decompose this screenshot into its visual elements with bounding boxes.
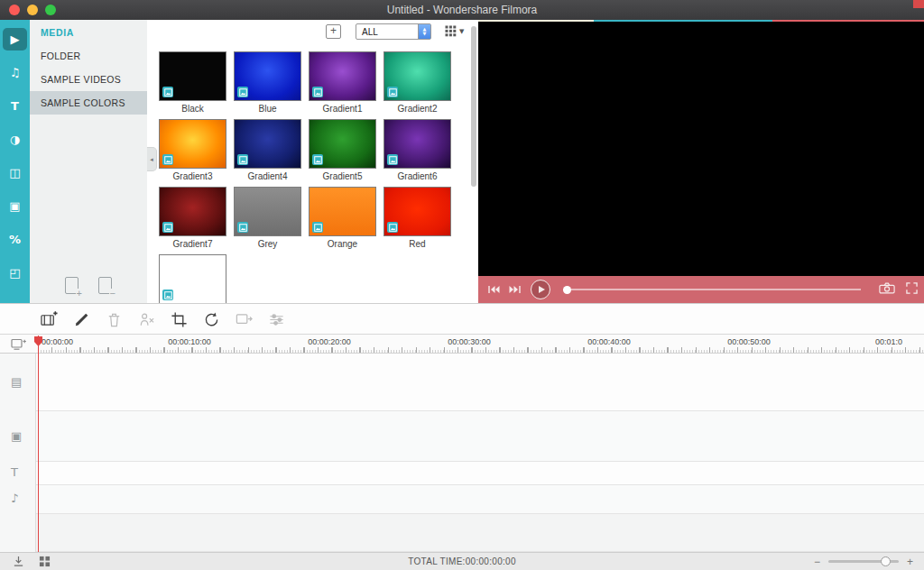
rail-item-audio[interactable]: ♫ [3, 61, 27, 84]
grid-view-icon [445, 25, 457, 37]
media-item-white[interactable]: White [159, 254, 226, 303]
minimize-button[interactable] [27, 5, 38, 15]
text-icon: T [11, 99, 19, 113]
icon-rail: ▶♫T◑◫▣%◰ [0, 20, 30, 303]
rail-item-media[interactable]: ▶ [3, 28, 27, 51]
media-item-label: Blue [234, 101, 301, 115]
music-track-icon: ♪ [11, 492, 18, 505]
media-panel-item-folder[interactable]: FOLDER [30, 44, 147, 68]
color-clip-icon [237, 222, 248, 233]
color-clip-icon [237, 87, 248, 97]
next-frame-button[interactable] [509, 285, 522, 294]
track-manager-button[interactable] [11, 337, 26, 354]
media-item-grey[interactable]: Grey [234, 187, 301, 250]
seek-slider-thumb[interactable] [563, 286, 571, 294]
color-clip-icon [162, 222, 173, 233]
media-grid: BlackBlueGradient1Gradient2Gradient3Grad… [159, 51, 451, 303]
export-frame-button[interactable] [233, 308, 254, 330]
media-item-gradient2[interactable]: Gradient2 [383, 51, 451, 115]
color-clip-icon [387, 87, 398, 97]
track-voice[interactable] [0, 514, 924, 552]
screen-layouts-icon: ◰ [9, 266, 20, 280]
ruler-label: 00:01:0 [875, 337, 902, 346]
titlebar: Untitled - Wondershare Filmora [0, 0, 924, 20]
media-item-gradient6[interactable]: Gradient6 [383, 119, 451, 182]
track-text[interactable] [0, 462, 924, 485]
trash-icon [106, 311, 123, 328]
track-layout-button[interactable] [39, 556, 51, 567]
media-panel-item-sample-videos[interactable]: SAMPLE VIDEOS [30, 68, 147, 91]
snapshot-button[interactable] [879, 281, 895, 298]
media-item-label: Gradient4 [234, 169, 301, 182]
preview-top-strip [478, 20, 924, 22]
remove-media-button[interactable]: − [98, 277, 112, 294]
zoom-in-button[interactable]: + [907, 556, 913, 567]
rail-item-screen-layouts[interactable]: ◰ [3, 262, 27, 284]
close-button[interactable] [9, 5, 20, 15]
media-thumbnail [234, 51, 301, 101]
media-thumbnail [159, 51, 226, 101]
previous-frame-button[interactable] [487, 285, 500, 294]
seek-slider[interactable] [563, 289, 861, 290]
media-thumbnail [309, 119, 376, 169]
view-mode-toggle[interactable]: ▼ [445, 25, 464, 37]
media-panel: MEDIA FOLDERSAMPLE VIDEOSSAMPLE COLORS +… [30, 20, 147, 303]
media-item-label: Gradient7 [159, 236, 226, 250]
media-item-black[interactable]: Black [159, 51, 226, 115]
zoom-button[interactable] [45, 5, 56, 15]
media-panel-item-sample-colors[interactable]: SAMPLE COLORS [30, 91, 147, 115]
media-item-gradient5[interactable]: Gradient5 [309, 119, 376, 182]
media-item-gradient4[interactable]: Gradient4 [234, 119, 301, 182]
detach-audio-button[interactable] [135, 308, 157, 330]
add-to-timeline-button[interactable] [38, 308, 60, 330]
rail-item-overlays[interactable]: ◫ [3, 161, 27, 184]
rail-item-elements[interactable]: ▣ [3, 195, 27, 217]
filter-stepper[interactable]: ▲ ▼ [418, 24, 430, 39]
rail-item-transitions[interactable]: ◑ [3, 128, 27, 151]
media-library: + ALL ▲ ▼ ▼ BlackBlueGradient1Gradient2G… [147, 20, 478, 303]
track-video[interactable] [0, 354, 924, 411]
fullscreen-button[interactable] [906, 281, 918, 298]
collapse-panel-button[interactable]: ◂ [147, 147, 157, 171]
ruler-label: 00:00:30:00 [448, 337, 491, 346]
timeline-ruler[interactable]: 00:00:0000:00:10:0000:00:20:0000:00:30:0… [0, 335, 924, 354]
crop-button[interactable] [168, 308, 189, 330]
track-pip[interactable] [0, 411, 924, 462]
minus-icon: − [109, 289, 116, 299]
zoom-slider[interactable] [828, 560, 899, 563]
media-item-label: Gradient3 [159, 169, 226, 182]
zoom-out-button[interactable]: − [814, 556, 820, 567]
skip-back-icon [487, 285, 500, 294]
rotate-button[interactable] [200, 308, 222, 330]
advanced-settings-button[interactable] [265, 308, 287, 330]
statusbar: TOTAL TIME:00:00:00:00 − + [0, 552, 924, 570]
media-item-blue[interactable]: Blue [234, 51, 301, 115]
traffic-lights [9, 5, 56, 15]
filter-dropdown[interactable]: ALL ▲ ▼ [356, 23, 431, 40]
import-media-button[interactable]: + [65, 277, 79, 294]
edit-button[interactable] [70, 308, 92, 330]
color-clip-icon [312, 87, 323, 97]
zoom-slider-thumb[interactable] [881, 556, 891, 566]
track-music[interactable] [0, 485, 924, 514]
add-media-button[interactable]: + [326, 24, 341, 39]
rail-item-split-screen[interactable]: % [3, 228, 27, 251]
ruler-label: 00:00:20:00 [308, 337, 351, 346]
play-button[interactable] [531, 280, 550, 299]
color-clip-icon [162, 154, 173, 165]
media-item-red[interactable]: Red [383, 187, 451, 250]
media-item-orange[interactable]: Orange [309, 187, 376, 250]
chevron-down-icon: ▼ [459, 28, 464, 35]
media-item-gradient7[interactable]: Gradient7 [159, 187, 226, 250]
media-thumbnail [159, 119, 226, 169]
timeline-tracks: ▤▣T♪ [0, 354, 924, 552]
rail-item-text[interactable]: T [3, 95, 27, 117]
media-item-gradient1[interactable]: Gradient1 [309, 51, 376, 115]
delete-button[interactable] [103, 308, 125, 330]
snap-to-timeline-button[interactable] [13, 556, 24, 567]
media-thumbnail [159, 254, 226, 303]
skip-forward-icon [509, 285, 522, 294]
timeline: 00:00:0000:00:10:0000:00:20:0000:00:30:0… [0, 335, 924, 552]
media-item-gradient3[interactable]: Gradient3 [159, 119, 226, 182]
library-scrollbar[interactable] [471, 26, 476, 187]
